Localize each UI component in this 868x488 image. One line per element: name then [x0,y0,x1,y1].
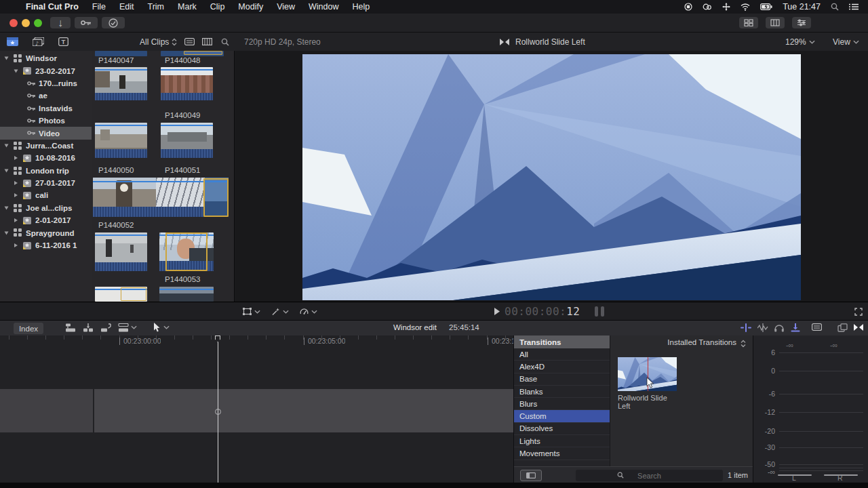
snapping-toggle-icon[interactable] [790,323,801,332]
menu-trim[interactable]: Trim [140,2,171,12]
mini-audio-meter-right[interactable] [601,306,604,317]
displays-icon[interactable] [722,3,730,11]
category-all[interactable]: All [514,348,610,361]
disclosure-triangle[interactable] [5,206,9,209]
disclosure-triangle[interactable] [5,57,9,60]
filmstrip-view-button[interactable] [202,33,212,51]
transform-menu-button[interactable] [243,302,260,321]
disclosure-triangle[interactable] [14,156,18,160]
clip-appearance-button[interactable] [184,33,195,51]
zoom-window-button[interactable] [34,19,42,27]
connect-edit-button[interactable] [65,323,76,332]
titles-generators-button[interactable] [58,33,68,51]
notification-center-icon[interactable] [849,3,859,10]
sidebar-item-sprayground[interactable]: Sprayground [0,226,92,239]
sidebar-item-ae[interactable]: ae [0,89,92,102]
menu-file[interactable]: File [85,2,113,12]
disclosure-triangle[interactable] [14,243,18,247]
menu-clip[interactable]: Clip [203,2,232,12]
category-base[interactable]: Base [514,373,610,386]
menu-view[interactable]: View [270,2,302,12]
solo-toggle-icon[interactable] [774,323,785,332]
clip-thumbnail[interactable] [161,123,213,158]
disclosure-triangle[interactable] [5,169,9,172]
disclosure-triangle[interactable] [14,69,18,73]
category-movements[interactable]: Movements [514,447,610,460]
timeline-ruler[interactable]: 00:23:00:00 00:23:05:00 00:23:1 [0,336,513,347]
menu-modify[interactable]: Modify [231,2,270,12]
sidebar-item-windsor[interactable]: Windsor [0,52,92,64]
append-edit-button[interactable] [100,323,111,332]
clip-thumbnail[interactable] [95,123,147,158]
menu-mark[interactable]: Mark [171,2,203,12]
menu-edit[interactable]: Edit [113,2,141,12]
clip-thumbnail[interactable] [95,67,147,100]
show-inspector-button[interactable] [792,17,811,28]
category-lights[interactable]: Lights [514,435,610,447]
category-dissolves[interactable]: Dissolves [514,423,610,435]
show-browser-button[interactable] [739,17,758,28]
clip-filter-dropdown[interactable]: All Clips [140,33,177,51]
sidebar-item-video[interactable]: Video [0,127,92,139]
sidebar-item-instavids[interactable]: Instavids [0,102,92,115]
tool-selector[interactable] [153,323,170,333]
sidebar-item-170-ruins[interactable]: 170...ruins [0,77,92,89]
category-custom[interactable]: Custom [514,410,610,422]
transitions-browser-toggle[interactable] [854,324,863,331]
clip-appearance-icon[interactable] [812,323,822,331]
selection-range[interactable] [121,287,146,301]
timecode-display[interactable]: 00:00:00:12 [505,305,580,318]
menu-window[interactable]: Window [302,2,345,12]
category-blanks[interactable]: Blanks [514,386,610,398]
disclosure-triangle[interactable] [5,144,9,147]
clip-thumbnail[interactable] [159,287,214,302]
viewer-zoom-dropdown[interactable]: 129% [785,33,815,51]
disclosure-triangle[interactable] [14,181,18,185]
category-blurs[interactable]: Blurs [514,398,610,410]
audio-skimming-toggle-icon[interactable] [757,323,768,332]
sidebar-libraries-button[interactable] [7,33,18,51]
show-timeline-button[interactable] [766,17,785,28]
sidebar-item-2-01-2017[interactable]: 2-01-2017 [0,214,92,226]
clip-thumbnail[interactable] [95,51,147,56]
insert-edit-button[interactable] [83,323,94,332]
browser-search-button[interactable] [221,33,229,51]
sidebar-item-23-02-2017[interactable]: 23-02-2017 [0,64,92,77]
clip-thumbnail[interactable] [95,287,147,302]
close-window-button[interactable] [9,19,18,27]
play-button[interactable] [494,308,500,315]
timeline-gap-clip[interactable] [94,389,513,432]
clip-thumbnail[interactable] [161,67,213,100]
battery-icon[interactable] [760,3,772,10]
disclosure-triangle[interactable] [5,231,9,235]
photos-audio-button[interactable] [33,33,44,51]
selection-range[interactable] [165,232,208,271]
timeline-index-button[interactable]: Index [14,323,43,334]
timeline-gap-clip[interactable] [0,389,93,432]
app-menu[interactable]: Final Cut Pro [19,2,85,12]
panel-layout-button[interactable] [520,470,542,481]
disclosure-triangle[interactable] [14,218,18,222]
screen-recording-icon[interactable] [684,3,692,11]
menubar-clock[interactable]: Tue 21:47 [783,2,821,12]
minimize-window-button[interactable] [22,19,30,27]
clip-thumbnail[interactable] [159,232,214,271]
sidebar-item-photos[interactable]: Photos [0,115,92,127]
sidebar-item-cali[interactable]: cali [0,189,92,201]
background-tasks-button[interactable] [102,17,125,28]
skimming-toggle-icon[interactable] [741,323,751,332]
clip-thumbnail[interactable] [95,232,147,271]
effects-browser-toggle[interactable] [837,323,848,332]
sidebar-item-27-01-2017[interactable]: 27-01-2017 [0,177,92,189]
wifi-icon[interactable] [741,3,750,11]
keyword-editor-button[interactable] [75,17,98,28]
fullscreen-icon[interactable] [854,308,863,316]
transitions-search-input[interactable] [576,470,723,481]
selection-range[interactable] [184,51,222,55]
sidebar-item-joe-al-clips[interactable]: Joe al...clips [0,202,92,214]
sidebar-item-london-trip[interactable]: London trip [0,165,92,177]
enhancements-menu-button[interactable] [271,302,289,321]
sidebar-item-6-11-2016-1[interactable]: 6-11-2016 1 [0,239,92,251]
clip-filmstrip[interactable] [93,178,229,217]
spotlight-icon[interactable] [831,3,839,11]
